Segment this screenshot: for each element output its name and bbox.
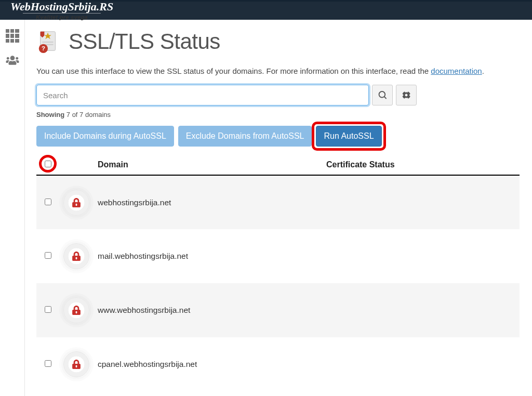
status-cell	[322, 175, 520, 229]
page-title: SSL/TLS Status	[69, 29, 220, 54]
lock-icon	[63, 297, 89, 323]
row-checkbox[interactable]	[45, 199, 51, 205]
table-row: www.webhostingsrbija.net	[36, 283, 520, 337]
domain-cell: webhostingsrbija.net	[94, 175, 322, 229]
search-row	[36, 85, 520, 105]
domain-cell: cpanel.webhostingsrbija.net	[94, 337, 322, 391]
header-domain: Domain	[94, 155, 322, 175]
status-cell	[322, 337, 520, 391]
run-autossl-button[interactable]: Run AutoSSL	[316, 126, 381, 147]
brand: WebHostingSrbija.RS Kvalitet pre svega	[10, 1, 113, 20]
status-cell	[322, 229, 520, 283]
row-checkbox[interactable]	[45, 252, 51, 259]
svg-text:?: ?	[42, 45, 45, 51]
apps-grid-icon[interactable]	[6, 29, 19, 43]
search-input[interactable]	[36, 85, 369, 105]
users-icon[interactable]	[5, 55, 20, 65]
search-icon	[378, 91, 387, 99]
search-settings-button[interactable]	[396, 85, 417, 105]
counter-text: 7 of 7 domains	[66, 111, 111, 118]
table-header-row: Domain Certificate Status	[36, 155, 520, 175]
table-row: cpanel.webhostingsrbija.net	[36, 337, 520, 391]
search-button[interactable]	[372, 85, 393, 105]
documentation-link[interactable]: documentation	[431, 67, 482, 75]
page-title-row: ? SSL/TLS Status	[36, 29, 520, 54]
header-status: Certificate Status	[322, 155, 520, 175]
table-row: webhostingsrbija.net	[36, 175, 520, 229]
domain-cell: www.webhostingsrbija.net	[94, 283, 322, 337]
status-cell	[322, 283, 520, 337]
brand-tagline: Kvalitet pre svega	[23, 13, 101, 20]
gears-icon	[402, 91, 410, 99]
include-domains-button[interactable]: Include Domains during AutoSSL	[36, 126, 174, 147]
intro-suffix: .	[482, 67, 484, 75]
domains-table: Domain Certificate Status webhostingsrbi…	[36, 155, 520, 391]
select-all-checkbox[interactable]	[45, 161, 51, 167]
svg-rect-2	[43, 42, 54, 43]
left-icon-sidebar	[0, 20, 25, 396]
intro-prefix: You can use this interface to view the S…	[36, 67, 431, 75]
result-counter: Showing 7 of 7 domains	[36, 111, 520, 118]
lock-icon	[63, 351, 89, 377]
brand-name: WebHostingSrbija.RS	[10, 0, 113, 13]
intro-text: You can use this interface to view the S…	[36, 67, 520, 75]
exclude-domains-button[interactable]: Exclude Domains from AutoSSL	[178, 126, 312, 147]
row-checkbox[interactable]	[45, 306, 51, 313]
domain-cell: mail.webhostingsrbija.net	[94, 229, 322, 283]
lock-icon	[63, 243, 89, 269]
action-row: Include Domains during AutoSSL Exclude D…	[36, 126, 520, 147]
top-bar: WebHostingSrbija.RS Kvalitet pre svega	[0, 0, 532, 20]
counter-label: Showing	[36, 111, 64, 118]
ssl-status-icon: ?	[36, 30, 60, 54]
lock-icon	[63, 190, 89, 216]
main-content: ? SSL/TLS Status You can use this interf…	[25, 20, 532, 396]
row-checkbox[interactable]	[45, 360, 51, 367]
table-row: mail.webhostingsrbija.net	[36, 229, 520, 283]
header-checkbox-cell	[36, 155, 59, 175]
